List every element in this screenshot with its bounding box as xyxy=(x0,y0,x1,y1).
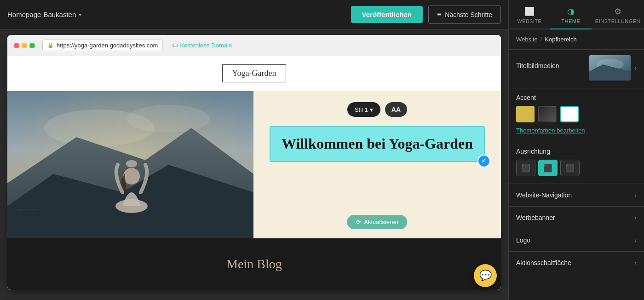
website-navigation-section: Website-Navigation › xyxy=(509,184,644,207)
browser-frame: 🔒 https://yoga-garden.godaddysites.com 🏷… xyxy=(7,35,501,290)
browser-url-bar[interactable]: 🔒 https://yoga-garden.godaddysites.com xyxy=(42,40,163,51)
homepage-builder-title[interactable]: Homepage-Baukasten ▾ xyxy=(7,11,81,18)
typography-button[interactable]: AA xyxy=(385,102,407,117)
breadcrumb-separator: / xyxy=(540,36,542,43)
title-media-label: Titelbildmedien xyxy=(516,62,559,69)
website-navigation-chevron: › xyxy=(634,191,637,199)
blog-title: Mein Blog xyxy=(17,257,492,271)
hero-text: Willkommen bei Yoga-Garden xyxy=(282,135,473,152)
hero-section: · · · · · · · · · Stil 1 ▾ AA xyxy=(7,91,501,238)
action-button-header[interactable]: Aktionsschaltfläche › xyxy=(509,252,644,274)
werbebanner-header[interactable]: Werbebanner › xyxy=(509,207,644,229)
theme-colors-link[interactable]: Themenfarben bearbeiten xyxy=(516,127,585,134)
url-text: https://yoga-garden.godaddysites.com xyxy=(57,42,158,49)
toolbar-title-text: Homepage-Baukasten xyxy=(7,11,76,18)
title-media-row: Titelbildmedien xyxy=(516,55,637,81)
accent-swatch-yellow[interactable] xyxy=(516,106,535,122)
website-icon: ⬜ xyxy=(524,6,535,17)
settings-nav-label: EINSTELLUNGEN xyxy=(595,18,640,24)
site-header: Yoga-Garden xyxy=(7,56,501,91)
browser-dots xyxy=(14,43,35,48)
preview-container: 🔒 https://yoga-garden.godaddysites.com 🏷… xyxy=(0,29,508,300)
website-navigation-header[interactable]: Website-Navigation › xyxy=(509,184,644,206)
title-media-section: Titelbildmedien xyxy=(509,50,644,88)
werbebanner-label: Werbebanner xyxy=(516,214,555,221)
svg-rect-9 xyxy=(7,91,253,238)
browser-dot-green xyxy=(29,43,35,48)
lock-icon: 🔒 xyxy=(47,42,54,48)
svg-text:· · · · · · · · ·: · · · · · · · · · xyxy=(17,207,36,212)
nav-item-settings[interactable]: ⚙ EINSTELLUNGEN xyxy=(592,0,644,29)
nav-item-website[interactable]: ⬜ WEBSITE xyxy=(509,0,550,29)
align-left-icon: ⬛ xyxy=(521,164,530,173)
breadcrumb: Website / Kopfbereich xyxy=(509,29,644,50)
chevron-down-icon: ▾ xyxy=(79,12,81,18)
title-media-chevron-icon[interactable]: › xyxy=(634,64,637,72)
accent-colors xyxy=(516,106,637,122)
hero-controls: Stil 1 ▾ AA xyxy=(347,102,407,117)
checkmark-badge: ✓ xyxy=(477,155,490,167)
breadcrumb-parent[interactable]: Website xyxy=(516,36,538,43)
ausrichtung-section: Ausrichtung ⬛ ⬛ ⬛ xyxy=(509,142,644,184)
werbebanner-chevron: › xyxy=(634,214,637,221)
browser-bar: 🔒 https://yoga-garden.godaddysites.com 🏷… xyxy=(7,35,501,56)
accent-swatch-dark[interactable] xyxy=(538,106,557,122)
action-button-section: Aktionsschaltfläche › xyxy=(509,252,644,274)
refresh-icon: ⟳ xyxy=(356,219,361,225)
nav-item-theme[interactable]: ◑ THEME xyxy=(550,0,592,29)
logo-section: Logo › xyxy=(509,229,644,252)
accent-label: Accent xyxy=(516,94,637,101)
action-button-label: Aktionsschaltfläche xyxy=(516,259,571,266)
theme-nav-label: THEME xyxy=(561,18,580,24)
website-nav-label: WEBSITE xyxy=(517,18,541,24)
hero-text-box[interactable]: Willkommen bei Yoga-Garden ✓ xyxy=(270,126,485,162)
breadcrumb-current: Kopfbereich xyxy=(545,36,576,43)
werbebanner-section: Werbebanner › xyxy=(509,207,644,229)
website-navigation-label: Website-Navigation xyxy=(516,191,572,199)
update-button[interactable]: ⟳ Aktualisieren xyxy=(347,215,407,229)
logo-label: Logo xyxy=(516,237,530,244)
alignment-buttons: ⬛ ⬛ ⬛ xyxy=(516,160,637,176)
browser-dot-red xyxy=(14,43,19,48)
steps-icon: ≡ xyxy=(437,11,441,19)
aa-label: AA xyxy=(391,106,401,113)
site-logo: Yoga-Garden xyxy=(222,64,286,82)
hero-right: Stil 1 ▾ AA Willkommen bei Yoga-Garden ✓ xyxy=(253,91,501,238)
update-label: Aktualisieren xyxy=(364,219,398,225)
style-button[interactable]: Stil 1 ▾ xyxy=(347,102,380,117)
theme-icon: ◑ xyxy=(567,6,575,17)
hero-image: · · · · · · · · · xyxy=(7,91,253,238)
title-media-thumbnail[interactable] xyxy=(589,55,631,81)
chat-fab-button[interactable]: 💬 xyxy=(474,264,497,287)
next-steps-label: Nächste Schritte xyxy=(445,11,492,18)
align-right-icon: ⬛ xyxy=(565,164,575,173)
domain-badge[interactable]: 🏷 Kostenlose Domain xyxy=(172,42,232,49)
site-content: Yoga-Garden xyxy=(7,56,501,290)
blog-preview: Mein Blog xyxy=(7,238,501,290)
next-steps-button[interactable]: ≡ Nächste Schritte xyxy=(428,6,501,24)
publish-button[interactable]: Veröffentlichen xyxy=(351,6,423,23)
style-label: Stil 1 xyxy=(355,106,368,113)
right-panel: ⬜ WEBSITE ◑ THEME ⚙ EINSTELLUNGEN Websit… xyxy=(508,0,644,300)
accent-section: Accent Themenfarben bearbeiten xyxy=(509,88,644,142)
domain-label: Kostenlose Domain xyxy=(180,42,232,49)
align-center-icon: ⬛ xyxy=(543,164,552,173)
align-right-button[interactable]: ⬛ xyxy=(560,160,580,176)
action-button-chevron: › xyxy=(634,259,637,266)
domain-icon: 🏷 xyxy=(172,42,178,49)
align-left-button[interactable]: ⬛ xyxy=(516,160,535,176)
logo-text: Yoga-Garden xyxy=(232,69,276,78)
logo-chevron: › xyxy=(634,237,637,244)
chevron-down-icon: ▾ xyxy=(370,106,373,113)
accent-swatch-white[interactable] xyxy=(560,106,579,122)
logo-header[interactable]: Logo › xyxy=(509,229,644,251)
browser-dot-yellow xyxy=(22,43,27,48)
settings-icon: ⚙ xyxy=(614,6,622,17)
panel-nav: ⬜ WEBSITE ◑ THEME ⚙ EINSTELLUNGEN xyxy=(509,0,644,29)
ausrichtung-label: Ausrichtung xyxy=(516,148,637,155)
align-center-button[interactable]: ⬛ xyxy=(538,160,558,176)
